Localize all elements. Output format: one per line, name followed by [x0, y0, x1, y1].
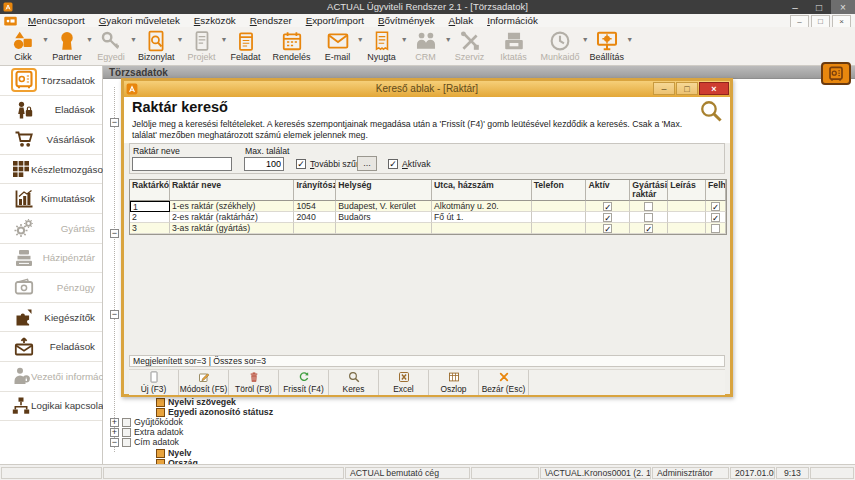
sidebar-item[interactable]: Feladások	[0, 332, 102, 362]
table-cell[interactable]	[532, 223, 587, 234]
table-row[interactable]: 11-es raktár (székhely)1054Budapest, V. …	[130, 201, 726, 212]
dialog-button[interactable]: Bezár (Esc)	[479, 370, 529, 395]
table-cell[interactable]	[668, 212, 706, 223]
table-cell[interactable]: Budaörs	[336, 212, 432, 223]
tree-item[interactable]: +Gyűjtőkódok	[110, 417, 183, 427]
table-cell[interactable]	[630, 212, 668, 223]
close-button[interactable]: ×	[831, 0, 855, 14]
table-cell[interactable]: Alkotmány u. 20.	[432, 201, 532, 212]
sidebar-item[interactable]: Kimutatások	[0, 184, 102, 214]
table-cell[interactable]: 2	[130, 212, 170, 223]
table-cell[interactable]	[532, 201, 587, 212]
minimize-button[interactable]: –	[783, 0, 807, 14]
menu-item[interactable]: Eszközök	[187, 14, 243, 27]
dialog-button[interactable]: Töröl (F8)	[229, 370, 279, 395]
sidebar-item[interactable]: Vásárlások	[0, 125, 102, 155]
menu-item[interactable]: Gyakori műveletek	[92, 14, 187, 27]
sidebar-item[interactable]: Kiegészítők	[0, 303, 102, 333]
table-row[interactable]: 22-es raktár (raktárház)2040BudaörsFő út…	[130, 212, 726, 223]
table-cell[interactable]: 1054	[294, 201, 336, 212]
sidebar-item[interactable]: Pénzügy	[0, 273, 102, 303]
column-header[interactable]: Aktív	[586, 180, 630, 201]
table-cell[interactable]: ✓	[586, 223, 630, 234]
restore-button[interactable]: □	[807, 0, 831, 14]
table-cell[interactable]: ✓	[706, 201, 726, 212]
table-cell[interactable]	[336, 223, 432, 234]
sidebar-item[interactable]: Vezetői információ	[0, 362, 102, 392]
toolbar-button[interactable]: ▼ Nyugta	[361, 27, 405, 62]
table-cell[interactable]: ✓	[630, 223, 668, 234]
dialog-button[interactable]: Új (F3)	[129, 370, 179, 395]
name-filter-input[interactable]	[132, 157, 232, 171]
toolbar-button[interactable]: ▼ Partner	[46, 27, 90, 62]
sidebar-item[interactable]: Készletmozgások	[0, 155, 102, 185]
tree-item[interactable]: Egyedi azonosító státusz	[156, 407, 273, 417]
dialog-titlebar[interactable]: Kereső ablak - [Raktár] – □ ×	[124, 81, 730, 97]
column-header[interactable]: Leírás	[668, 180, 706, 201]
table-cell[interactable]	[668, 201, 706, 212]
tree-expand-box[interactable]: +	[110, 418, 119, 427]
tree-item[interactable]: Nyelvi szövegek	[156, 397, 236, 407]
table-cell[interactable]: Budapest, V. kerület	[336, 201, 432, 212]
more-filter-checkbox[interactable]: ✓	[296, 159, 306, 169]
toolbar-button[interactable]: ▼ Beállítás	[586, 27, 631, 62]
table-cell[interactable]: 1-es raktár (székhely)	[170, 201, 295, 212]
tree-expand-box[interactable]: +	[110, 428, 119, 437]
menu-item[interactable]: Ablak	[442, 14, 481, 27]
table-cell[interactable]	[432, 223, 532, 234]
dialog-maximize-button[interactable]: □	[676, 82, 698, 95]
tree-expand-box[interactable]: −	[110, 229, 119, 238]
table-cell[interactable]: 1	[130, 201, 170, 212]
sidebar-item[interactable]: Eladások	[0, 96, 102, 126]
toolbar-button[interactable]: ▼ Egyedi	[90, 27, 134, 62]
table-cell[interactable]: 3-as raktár (gyártás)	[170, 223, 295, 234]
menu-item[interactable]: Információk	[480, 14, 545, 27]
column-header[interactable]: Telefon	[532, 180, 587, 201]
more-filter-button[interactable]: ...	[357, 156, 377, 171]
sidebar-item[interactable]: Törzsadatok	[0, 66, 102, 96]
tree-expand-box[interactable]: −	[110, 438, 119, 447]
tree-expand-box[interactable]: −	[110, 310, 119, 319]
toolbar-button[interactable]: ▼ Projekt	[181, 27, 225, 62]
menu-item[interactable]: Bővítmények	[371, 14, 442, 27]
toolbar-button[interactable]: ▼ Bizonylat	[134, 27, 181, 62]
table-cell[interactable]: ✓	[586, 201, 630, 212]
column-header[interactable]: Utca, házszám	[432, 180, 532, 201]
dialog-button[interactable]: Módosít (F5)	[179, 370, 229, 395]
dialog-button[interactable]: Keres	[329, 370, 379, 395]
chevron-down-icon[interactable]: ▼	[626, 36, 633, 43]
dialog-button[interactable]: Excel	[379, 370, 429, 395]
dialog-close-button[interactable]: ×	[699, 82, 729, 95]
table-cell[interactable]: ✓	[586, 212, 630, 223]
column-header[interactable]: Gyártási raktár	[630, 180, 668, 201]
table-cell[interactable]: ✓	[706, 212, 726, 223]
column-header[interactable]: Irányítószám	[294, 180, 336, 201]
toolbar-button[interactable]: ▼ Feladat	[225, 27, 269, 62]
toolbar-button[interactable]: ▼ Munkaidő	[537, 27, 586, 62]
toolbar-button[interactable]: ▼ CRM	[405, 27, 449, 62]
tree-expand-box[interactable]: −	[110, 118, 119, 127]
sidebar-item[interactable]: Házipénztár	[0, 244, 102, 274]
toolbar-button[interactable]: ▼ Szerviz	[449, 27, 493, 62]
sidebar-item[interactable]: Logikai kapcsolat	[0, 392, 102, 422]
table-cell[interactable]: 2040	[294, 212, 336, 223]
table-row[interactable]: 33-as raktár (gyártás)✓✓	[130, 223, 726, 234]
column-header[interactable]: Raktár neve	[170, 180, 295, 201]
table-cell[interactable]	[706, 223, 726, 234]
tree-item[interactable]: −Cím adatok	[110, 437, 179, 447]
tree-item[interactable]: +Extra adatok	[110, 427, 183, 437]
toolbar-button[interactable]: ▼ Iktatás	[493, 27, 537, 62]
table-cell[interactable]	[294, 223, 336, 234]
table-cell[interactable]	[532, 212, 587, 223]
table-cell[interactable]	[668, 223, 706, 234]
table-cell[interactable]: 3	[130, 223, 170, 234]
toolbar-button[interactable]: ▼ Rendelés	[269, 27, 317, 62]
dialog-button[interactable]: Oszlop	[429, 370, 479, 395]
column-header[interactable]: Helység	[336, 180, 432, 201]
sidebar-item[interactable]: Gyártás	[0, 214, 102, 244]
menu-item[interactable]: Export/import	[299, 14, 371, 27]
toolbar-button[interactable]: ▼ Cikk	[2, 27, 46, 62]
menu-item[interactable]: Rendszer	[243, 14, 299, 27]
tree-item[interactable]: Nyelv	[156, 448, 191, 458]
dialog-minimize-button[interactable]: –	[653, 82, 675, 95]
